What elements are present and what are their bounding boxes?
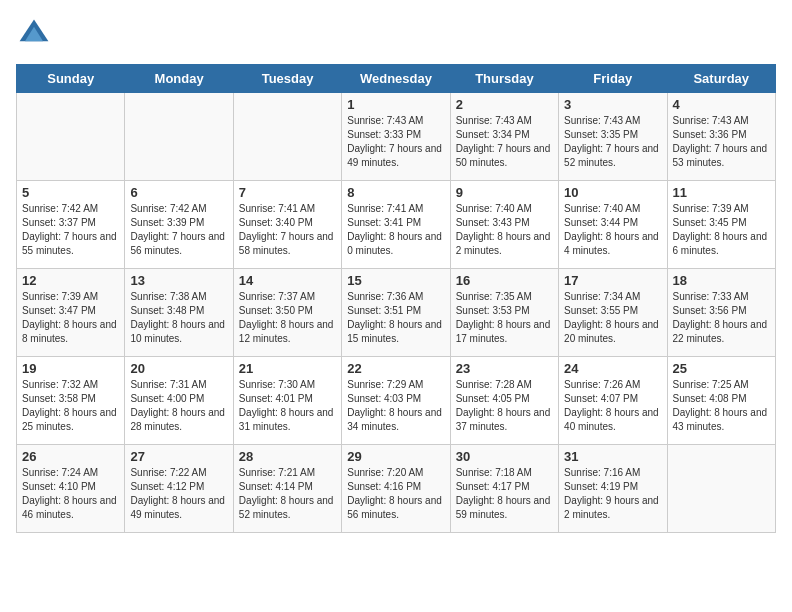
calendar-cell: 3Sunrise: 7:43 AM Sunset: 3:35 PM Daylig…	[559, 93, 667, 181]
day-number: 9	[456, 185, 553, 200]
day-number: 15	[347, 273, 444, 288]
day-info: Sunrise: 7:40 AM Sunset: 3:44 PM Dayligh…	[564, 202, 661, 258]
calendar-cell: 12Sunrise: 7:39 AM Sunset: 3:47 PM Dayli…	[17, 269, 125, 357]
weekday-header: Tuesday	[233, 65, 341, 93]
day-info: Sunrise: 7:43 AM Sunset: 3:34 PM Dayligh…	[456, 114, 553, 170]
day-number: 1	[347, 97, 444, 112]
calendar-cell: 17Sunrise: 7:34 AM Sunset: 3:55 PM Dayli…	[559, 269, 667, 357]
calendar-cell: 29Sunrise: 7:20 AM Sunset: 4:16 PM Dayli…	[342, 445, 450, 533]
calendar-cell: 26Sunrise: 7:24 AM Sunset: 4:10 PM Dayli…	[17, 445, 125, 533]
calendar-cell: 22Sunrise: 7:29 AM Sunset: 4:03 PM Dayli…	[342, 357, 450, 445]
calendar-cell: 7Sunrise: 7:41 AM Sunset: 3:40 PM Daylig…	[233, 181, 341, 269]
day-number: 11	[673, 185, 770, 200]
calendar-cell: 13Sunrise: 7:38 AM Sunset: 3:48 PM Dayli…	[125, 269, 233, 357]
day-number: 4	[673, 97, 770, 112]
day-info: Sunrise: 7:22 AM Sunset: 4:12 PM Dayligh…	[130, 466, 227, 522]
calendar-week-row: 12Sunrise: 7:39 AM Sunset: 3:47 PM Dayli…	[17, 269, 776, 357]
day-info: Sunrise: 7:32 AM Sunset: 3:58 PM Dayligh…	[22, 378, 119, 434]
calendar-cell: 19Sunrise: 7:32 AM Sunset: 3:58 PM Dayli…	[17, 357, 125, 445]
logo-icon	[16, 16, 52, 52]
calendar-week-row: 19Sunrise: 7:32 AM Sunset: 3:58 PM Dayli…	[17, 357, 776, 445]
day-number: 18	[673, 273, 770, 288]
page-header	[16, 16, 776, 52]
day-info: Sunrise: 7:42 AM Sunset: 3:37 PM Dayligh…	[22, 202, 119, 258]
day-info: Sunrise: 7:39 AM Sunset: 3:47 PM Dayligh…	[22, 290, 119, 346]
day-info: Sunrise: 7:29 AM Sunset: 4:03 PM Dayligh…	[347, 378, 444, 434]
day-info: Sunrise: 7:24 AM Sunset: 4:10 PM Dayligh…	[22, 466, 119, 522]
calendar-cell: 30Sunrise: 7:18 AM Sunset: 4:17 PM Dayli…	[450, 445, 558, 533]
day-number: 30	[456, 449, 553, 464]
day-info: Sunrise: 7:20 AM Sunset: 4:16 PM Dayligh…	[347, 466, 444, 522]
calendar-cell: 2Sunrise: 7:43 AM Sunset: 3:34 PM Daylig…	[450, 93, 558, 181]
day-number: 21	[239, 361, 336, 376]
calendar-cell: 8Sunrise: 7:41 AM Sunset: 3:41 PM Daylig…	[342, 181, 450, 269]
calendar-week-row: 1Sunrise: 7:43 AM Sunset: 3:33 PM Daylig…	[17, 93, 776, 181]
day-number: 28	[239, 449, 336, 464]
day-number: 24	[564, 361, 661, 376]
calendar-cell	[125, 93, 233, 181]
day-number: 12	[22, 273, 119, 288]
day-number: 23	[456, 361, 553, 376]
logo	[16, 16, 56, 52]
day-info: Sunrise: 7:18 AM Sunset: 4:17 PM Dayligh…	[456, 466, 553, 522]
day-info: Sunrise: 7:21 AM Sunset: 4:14 PM Dayligh…	[239, 466, 336, 522]
day-info: Sunrise: 7:16 AM Sunset: 4:19 PM Dayligh…	[564, 466, 661, 522]
day-info: Sunrise: 7:43 AM Sunset: 3:35 PM Dayligh…	[564, 114, 661, 170]
weekday-header: Saturday	[667, 65, 775, 93]
day-info: Sunrise: 7:43 AM Sunset: 3:36 PM Dayligh…	[673, 114, 770, 170]
day-number: 27	[130, 449, 227, 464]
calendar-cell: 4Sunrise: 7:43 AM Sunset: 3:36 PM Daylig…	[667, 93, 775, 181]
day-info: Sunrise: 7:34 AM Sunset: 3:55 PM Dayligh…	[564, 290, 661, 346]
day-info: Sunrise: 7:40 AM Sunset: 3:43 PM Dayligh…	[456, 202, 553, 258]
calendar-table: SundayMondayTuesdayWednesdayThursdayFrid…	[16, 64, 776, 533]
day-number: 20	[130, 361, 227, 376]
day-number: 29	[347, 449, 444, 464]
calendar-cell: 20Sunrise: 7:31 AM Sunset: 4:00 PM Dayli…	[125, 357, 233, 445]
day-number: 16	[456, 273, 553, 288]
calendar-week-row: 26Sunrise: 7:24 AM Sunset: 4:10 PM Dayli…	[17, 445, 776, 533]
calendar-cell: 31Sunrise: 7:16 AM Sunset: 4:19 PM Dayli…	[559, 445, 667, 533]
calendar-cell: 1Sunrise: 7:43 AM Sunset: 3:33 PM Daylig…	[342, 93, 450, 181]
day-number: 25	[673, 361, 770, 376]
calendar-cell: 18Sunrise: 7:33 AM Sunset: 3:56 PM Dayli…	[667, 269, 775, 357]
weekday-header: Sunday	[17, 65, 125, 93]
day-info: Sunrise: 7:39 AM Sunset: 3:45 PM Dayligh…	[673, 202, 770, 258]
day-info: Sunrise: 7:25 AM Sunset: 4:08 PM Dayligh…	[673, 378, 770, 434]
calendar-cell: 6Sunrise: 7:42 AM Sunset: 3:39 PM Daylig…	[125, 181, 233, 269]
weekday-header: Thursday	[450, 65, 558, 93]
calendar-cell: 27Sunrise: 7:22 AM Sunset: 4:12 PM Dayli…	[125, 445, 233, 533]
calendar-cell: 15Sunrise: 7:36 AM Sunset: 3:51 PM Dayli…	[342, 269, 450, 357]
day-number: 13	[130, 273, 227, 288]
calendar-cell: 10Sunrise: 7:40 AM Sunset: 3:44 PM Dayli…	[559, 181, 667, 269]
calendar-week-row: 5Sunrise: 7:42 AM Sunset: 3:37 PM Daylig…	[17, 181, 776, 269]
day-number: 3	[564, 97, 661, 112]
calendar-cell: 21Sunrise: 7:30 AM Sunset: 4:01 PM Dayli…	[233, 357, 341, 445]
weekday-header: Wednesday	[342, 65, 450, 93]
day-info: Sunrise: 7:30 AM Sunset: 4:01 PM Dayligh…	[239, 378, 336, 434]
calendar-cell: 16Sunrise: 7:35 AM Sunset: 3:53 PM Dayli…	[450, 269, 558, 357]
calendar-cell: 14Sunrise: 7:37 AM Sunset: 3:50 PM Dayli…	[233, 269, 341, 357]
day-number: 17	[564, 273, 661, 288]
day-info: Sunrise: 7:28 AM Sunset: 4:05 PM Dayligh…	[456, 378, 553, 434]
day-info: Sunrise: 7:37 AM Sunset: 3:50 PM Dayligh…	[239, 290, 336, 346]
day-info: Sunrise: 7:26 AM Sunset: 4:07 PM Dayligh…	[564, 378, 661, 434]
day-info: Sunrise: 7:33 AM Sunset: 3:56 PM Dayligh…	[673, 290, 770, 346]
calendar-cell: 23Sunrise: 7:28 AM Sunset: 4:05 PM Dayli…	[450, 357, 558, 445]
day-info: Sunrise: 7:42 AM Sunset: 3:39 PM Dayligh…	[130, 202, 227, 258]
day-info: Sunrise: 7:36 AM Sunset: 3:51 PM Dayligh…	[347, 290, 444, 346]
calendar-header-row: SundayMondayTuesdayWednesdayThursdayFrid…	[17, 65, 776, 93]
calendar-cell: 25Sunrise: 7:25 AM Sunset: 4:08 PM Dayli…	[667, 357, 775, 445]
calendar-cell: 11Sunrise: 7:39 AM Sunset: 3:45 PM Dayli…	[667, 181, 775, 269]
day-info: Sunrise: 7:43 AM Sunset: 3:33 PM Dayligh…	[347, 114, 444, 170]
day-info: Sunrise: 7:41 AM Sunset: 3:40 PM Dayligh…	[239, 202, 336, 258]
day-number: 22	[347, 361, 444, 376]
day-info: Sunrise: 7:38 AM Sunset: 3:48 PM Dayligh…	[130, 290, 227, 346]
day-number: 5	[22, 185, 119, 200]
calendar-cell	[233, 93, 341, 181]
calendar-cell: 24Sunrise: 7:26 AM Sunset: 4:07 PM Dayli…	[559, 357, 667, 445]
calendar-cell: 9Sunrise: 7:40 AM Sunset: 3:43 PM Daylig…	[450, 181, 558, 269]
calendar-cell: 5Sunrise: 7:42 AM Sunset: 3:37 PM Daylig…	[17, 181, 125, 269]
day-number: 6	[130, 185, 227, 200]
day-number: 19	[22, 361, 119, 376]
day-number: 31	[564, 449, 661, 464]
